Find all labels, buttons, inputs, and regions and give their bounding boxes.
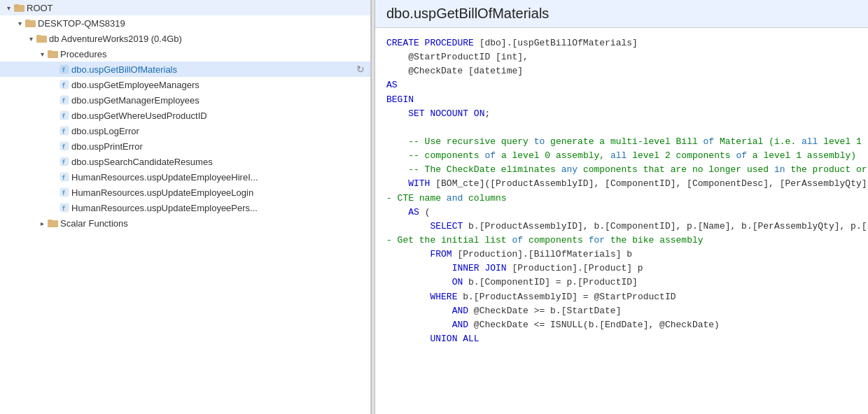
proc-2-label: dbo.uspGetManagerEmployees [71, 95, 200, 106]
server-arrow [14, 17, 25, 29]
db-label: db AdventureWorks2019 (0.4Gb) [49, 34, 182, 44]
svg-rect-8 [48, 50, 52, 52]
svg-text:f: f [62, 143, 65, 150]
tree-panel[interactable]: ROOT DESKTOP-QMS8319 db AdventureWorks20… [0, 0, 371, 414]
svg-rect-4 [25, 20, 30, 22]
root-arrow [3, 2, 14, 13]
proc-7-icon: f [59, 171, 70, 183]
proc-item-0[interactable]: f dbo.uspGetBillOfMaterials ↻ [0, 62, 370, 77]
refresh-icon[interactable]: ↻ [356, 64, 365, 75]
procedures-folder-icon [48, 48, 59, 59]
proc-8-icon: f [59, 187, 70, 198]
code-area[interactable]: CREATE PROCEDURE [dbo].[uspGetBillOfMate… [375, 28, 868, 414]
proc-1-label: dbo.uspGetEmployeeManagers [71, 80, 200, 90]
code-header: dbo.uspGetBillOfMaterials [375, 0, 868, 28]
svg-text:f: f [62, 66, 65, 73]
db-folder-icon [36, 33, 48, 44]
server-folder-icon [25, 17, 36, 29]
proc-item-6[interactable]: f dbo.uspSearchCandidateResumes [0, 154, 370, 169]
svg-text:f: f [62, 190, 65, 197]
root-label: ROOT [27, 3, 53, 13]
proc-8-label: HumanResources.uspUpdateEmployeeLogin [71, 187, 253, 198]
scalar-arrow [36, 217, 48, 229]
proc-item-1[interactable]: f dbo.uspGetEmployeeManagers [0, 77, 370, 92]
proc-3-icon: f [59, 110, 70, 121]
code-panel: dbo.uspGetBillOfMaterials CREATE PROCEDU… [375, 0, 868, 414]
proc-item-3[interactable]: f dbo.uspGetWhereUsedProductID [0, 108, 370, 123]
db-arrow [25, 33, 36, 44]
svg-text:f: f [62, 82, 65, 89]
proc-6-icon: f [59, 156, 70, 167]
tree-scalar-folder[interactable]: Scalar Functions [0, 215, 370, 231]
proc-4-label: dbo.uspLogError [71, 126, 139, 136]
tree-procedures-folder[interactable]: Procedures [0, 46, 370, 62]
svg-text:f: f [62, 128, 65, 135]
proc-item-8[interactable]: f HumanResources.uspUpdateEmployeeLogin [0, 185, 370, 200]
svg-rect-2 [14, 4, 19, 6]
scalar-label: Scalar Functions [60, 218, 128, 229]
tree-db[interactable]: db AdventureWorks2019 (0.4Gb) [0, 31, 370, 46]
svg-rect-6 [36, 35, 41, 37]
proc-9-icon: f [59, 202, 70, 213]
svg-text:f: f [62, 174, 65, 181]
proc-6-label: dbo.uspSearchCandidateResumes [71, 157, 213, 167]
proc-item-5[interactable]: f dbo.uspPrintError [0, 138, 370, 154]
proc-7-label: HumanResources.uspUpdateEmployeeHireI... [71, 172, 258, 183]
proc-5-label: dbo.uspPrintError [71, 141, 143, 152]
svg-text:f: f [62, 97, 65, 104]
proc-4-icon: f [59, 125, 70, 136]
svg-text:f: f [62, 159, 65, 166]
proc-item-2[interactable]: f dbo.uspGetManagerEmployees [0, 92, 370, 108]
proc-3-label: dbo.uspGetWhereUsedProductID [71, 110, 207, 121]
scalar-folder-icon [48, 217, 59, 229]
svg-rect-30 [48, 220, 52, 222]
tree-root[interactable]: ROOT [0, 0, 370, 15]
proc-2-icon: f [59, 94, 70, 106]
svg-text:f: f [62, 205, 65, 212]
proc-0-label: dbo.uspGetBillOfMaterials [71, 64, 177, 75]
proc-5-icon: f [59, 141, 70, 152]
proc-item-9[interactable]: f HumanResources.uspUpdateEmployeePers..… [0, 200, 370, 215]
proc-1-icon: f [59, 79, 70, 90]
root-folder-icon [14, 2, 25, 13]
svg-text:f: f [62, 113, 65, 120]
proc-0-icon: f [59, 64, 70, 75]
proc-9-label: HumanResources.uspUpdateEmployeePers... [71, 203, 258, 213]
proc-item-7[interactable]: f HumanResources.uspUpdateEmployeeHireI.… [0, 169, 370, 185]
header-title: dbo.uspGetBillOfMaterials [386, 6, 549, 21]
tree-server[interactable]: DESKTOP-QMS8319 [0, 15, 370, 31]
server-label: DESKTOP-QMS8319 [38, 18, 125, 29]
procedures-arrow [36, 48, 48, 59]
code-content: CREATE PROCEDURE [dbo].[uspGetBillOfMate… [386, 36, 857, 346]
procedures-label: Procedures [60, 49, 106, 59]
proc-item-4[interactable]: f dbo.uspLogError [0, 123, 370, 138]
